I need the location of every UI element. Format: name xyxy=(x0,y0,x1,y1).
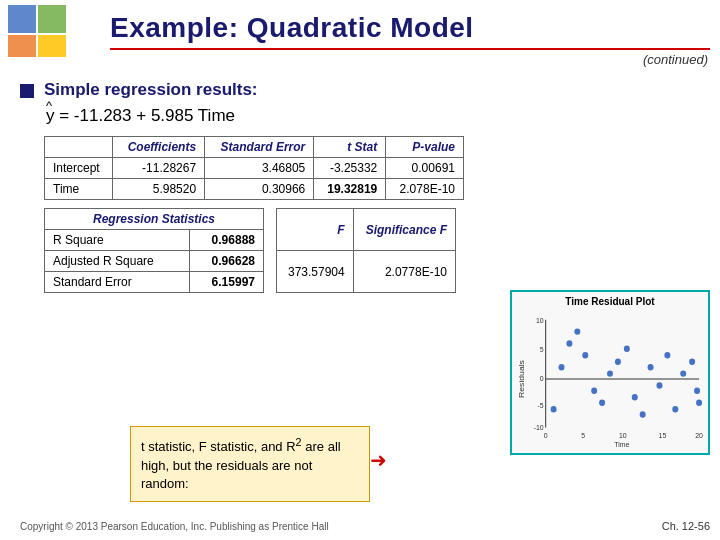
svg-text:5: 5 xyxy=(540,345,544,354)
adj-rsquare-value: 0.96628 xyxy=(189,251,263,272)
svg-point-33 xyxy=(672,406,678,412)
reg-stats-container: Regression Statistics R Square 0.96888 A… xyxy=(44,208,710,293)
col-header-tstat: t Stat xyxy=(314,137,386,158)
svg-rect-2 xyxy=(8,35,36,57)
svg-point-21 xyxy=(574,328,580,334)
svg-text:Time: Time xyxy=(614,440,629,449)
rsquare-label: R Square xyxy=(45,230,190,251)
time-coeff: 5.98520 xyxy=(113,179,205,200)
svg-point-27 xyxy=(624,346,630,352)
bullet-section: Simple regression results: xyxy=(20,80,710,100)
title-underline xyxy=(110,48,710,50)
copyright-text: Copyright © 2013 Pearson Education, Inc.… xyxy=(20,521,329,532)
bullet-label: Simple regression results: xyxy=(44,80,258,100)
table-row: 373.57904 2.0778E-10 xyxy=(277,251,456,293)
svg-point-22 xyxy=(582,352,588,358)
plot-svg: Residuals 10 5 0 -5 -10 0 5 10 15 20 Tim… xyxy=(516,309,704,449)
col-header-pvalue: P-value xyxy=(386,137,464,158)
svg-text:5: 5 xyxy=(581,431,585,440)
residual-plot: Time Residual Plot Residuals 10 5 0 -5 -… xyxy=(510,290,710,455)
table-row: Time 5.98520 0.30966 19.32819 2.078E-10 xyxy=(45,179,464,200)
table-row: Intercept -11.28267 3.46805 -3.25332 0.0… xyxy=(45,158,464,179)
equation-text: = -11.283 + 5.985 Time xyxy=(55,106,236,125)
content-area: Simple regression results: y = -11.283 +… xyxy=(20,80,710,301)
decoration-squares xyxy=(8,5,98,60)
callout-box: t statistic, F statistic, and R2 are all… xyxy=(130,426,370,502)
svg-rect-3 xyxy=(38,35,66,57)
svg-point-32 xyxy=(664,352,670,358)
reg-stats-right-header: F Significance F xyxy=(277,209,456,251)
svg-point-29 xyxy=(640,411,646,417)
continued-label: (continued) xyxy=(643,52,708,67)
table-row: Adjusted R Square 0.96628 xyxy=(45,251,264,272)
row-label-intercept: Intercept xyxy=(45,158,113,179)
page-title: Example: Quadratic Model xyxy=(110,12,710,44)
row-label-time: Time xyxy=(45,179,113,200)
svg-text:-10: -10 xyxy=(534,422,544,431)
time-se: 0.30966 xyxy=(205,179,314,200)
regression-table: Coefficients Standard Error t Stat P-val… xyxy=(44,136,464,200)
bullet-icon xyxy=(20,84,34,98)
col-header-standard-error: Standard Error xyxy=(205,137,314,158)
table-header-row: Coefficients Standard Error t Stat P-val… xyxy=(45,137,464,158)
svg-rect-0 xyxy=(8,5,36,33)
svg-point-28 xyxy=(632,394,638,400)
intercept-pvalue: 0.00691 xyxy=(386,158,464,179)
svg-text:-5: -5 xyxy=(538,401,544,410)
intercept-se: 3.46805 xyxy=(205,158,314,179)
svg-point-30 xyxy=(648,364,654,370)
svg-text:10: 10 xyxy=(536,316,544,325)
svg-point-19 xyxy=(559,364,565,370)
f-header: F xyxy=(277,209,354,251)
plot-title: Time Residual Plot xyxy=(516,296,704,307)
sig-f-value: 2.0778E-10 xyxy=(353,251,455,293)
svg-point-23 xyxy=(591,388,597,394)
table-row: R Square 0.96888 xyxy=(45,230,264,251)
svg-point-36 xyxy=(694,388,700,394)
col-header-empty xyxy=(45,137,113,158)
svg-point-31 xyxy=(657,382,663,388)
svg-point-37 xyxy=(696,399,702,405)
svg-text:15: 15 xyxy=(659,431,667,440)
intercept-coeff: -11.28267 xyxy=(113,158,205,179)
reg-stats-title: Regression Statistics xyxy=(45,209,264,230)
table-row: Standard Error 6.15997 xyxy=(45,272,264,293)
f-value: 373.57904 xyxy=(277,251,354,293)
svg-point-34 xyxy=(680,370,686,376)
sig-f-header: Significance F xyxy=(353,209,455,251)
svg-text:0: 0 xyxy=(544,431,548,440)
svg-point-35 xyxy=(689,359,695,365)
title-area: Example: Quadratic Model xyxy=(110,12,710,50)
col-header-coefficients: Coefficients xyxy=(113,137,205,158)
equation-area: y = -11.283 + 5.985 Time xyxy=(46,106,710,126)
svg-text:20: 20 xyxy=(695,431,703,440)
svg-point-24 xyxy=(599,399,605,405)
svg-text:Residuals: Residuals xyxy=(517,360,526,398)
time-pvalue: 2.078E-10 xyxy=(386,179,464,200)
reg-stats-table: Regression Statistics R Square 0.96888 A… xyxy=(44,208,264,293)
svg-text:0: 0 xyxy=(540,374,544,383)
std-error-label: Standard Error xyxy=(45,272,190,293)
time-tstat: 19.32819 xyxy=(314,179,386,200)
std-error-value: 6.15997 xyxy=(189,272,263,293)
rsquare-value: 0.96888 xyxy=(189,230,263,251)
intercept-tstat: -3.25332 xyxy=(314,158,386,179)
svg-point-26 xyxy=(615,359,621,365)
adj-rsquare-label: Adjusted R Square xyxy=(45,251,190,272)
callout-arrow-icon: ➜ xyxy=(370,448,387,472)
svg-rect-1 xyxy=(38,5,66,33)
chapter-label: Ch. 12-56 xyxy=(662,520,710,532)
svg-point-20 xyxy=(566,340,572,346)
reg-stats-header: Regression Statistics xyxy=(45,209,264,230)
svg-point-25 xyxy=(607,370,613,376)
callout-text: t statistic, F statistic, and R2 are all… xyxy=(141,439,341,490)
reg-stats-right-table: F Significance F 373.57904 2.0778E-10 xyxy=(276,208,456,293)
svg-point-18 xyxy=(551,406,557,412)
y-hat-symbol: y xyxy=(46,106,55,126)
